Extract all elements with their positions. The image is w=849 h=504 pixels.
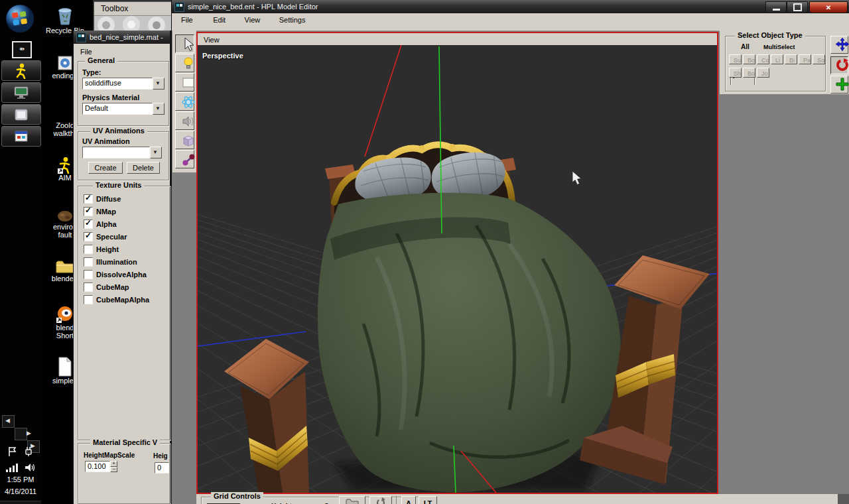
texture-unit-row: NMap [84,207,170,216]
grid-a-button[interactable]: A [401,496,416,504]
tray-signal-icon[interactable] [5,463,19,473]
model-editor-window: simple_nice_bed.ent - HPL Model Editor F… [171,0,849,504]
joint-tool-button[interactable] [175,150,194,168]
uv-animation-dropdown[interactable] [82,147,162,158]
dissolvealpha-checkbox[interactable] [84,270,93,279]
uv-create-button[interactable]: Create [88,162,123,174]
menu-edit[interactable]: Edit [209,14,229,26]
body-tool-button[interactable] [175,131,194,149]
type-button-so[interactable]: So [813,54,825,64]
grid-controls-title: Grid Controls [211,492,263,500]
billboard-tool-button[interactable] [175,73,194,92]
tray-network-icon[interactable] [23,446,34,458]
taskbar: ⇻ [0,0,41,504]
menubar: File Edit View Settings [172,13,849,31]
show-desktop-strip[interactable] [0,501,41,504]
nmap-checkbox[interactable] [84,207,93,216]
height-label: Heig [153,452,168,460]
cubemap-checkbox[interactable] [84,283,93,292]
minimize-button[interactable] [765,1,787,13]
physics-dropdown-arrow-icon[interactable] [153,103,164,115]
taskbar-app-monitor[interactable] [1,82,41,103]
taskbar-scroll-left-button[interactable] [2,415,15,428]
taskbar-app-window[interactable] [1,104,41,125]
heightmapscale-stepper[interactable]: +− [110,461,117,472]
stepper-up-icon[interactable]: + [110,461,117,467]
illumination-checkbox[interactable] [84,257,93,267]
taskbar-app-utility[interactable] [1,126,41,147]
toolbox-content[interactable] [94,16,172,31]
height-input[interactable]: 0 [155,462,169,473]
viewport[interactable]: View [196,32,718,494]
maximize-button[interactable] [787,1,808,13]
scale-tool-button[interactable] [830,76,848,94]
viewport-header-label: View [204,36,220,44]
tray-expand-icon[interactable]: ▶ [27,430,31,436]
document-icon [57,357,73,377]
alpha-checkbox[interactable] [84,220,93,229]
menu-file[interactable]: File [177,14,197,26]
joint-icon [180,151,197,168]
type-button-pa[interactable]: Pa [799,54,811,64]
type-button-bo2[interactable]: Bo [743,68,755,78]
menu-view[interactable]: View [241,14,265,26]
cubemapalpha-checkbox[interactable] [84,295,93,304]
material-editor-titlebar[interactable]: bed_nice_simple.mat - [74,31,170,44]
type-dropdown-arrow-icon[interactable] [153,78,164,90]
rotate-tool-button[interactable] [830,56,848,74]
heightmapscale-input[interactable]: 0.100 [85,461,110,472]
tray-volume-icon[interactable] [24,462,36,473]
translate-tool-button[interactable] [830,36,848,54]
grid-lt-button[interactable]: LT [419,496,437,504]
light-tool-button[interactable] [175,54,194,72]
material-specific-title: Material Specific V [90,438,160,446]
diffuse-checkbox[interactable] [84,194,93,204]
mouse-cursor [572,171,581,185]
scale-icon [835,77,849,92]
close-button[interactable] [809,1,848,13]
uv-group-title: UV Animations [90,127,147,135]
type-button-bi[interactable]: Bi [785,54,797,64]
type-button-co[interactable]: Co [757,54,769,64]
uv-dropdown-arrow-icon[interactable] [150,147,162,158]
select-tool-button[interactable] [175,34,194,53]
clock-time[interactable]: 1:55 PM [0,475,41,483]
bottom-bar-divider [396,496,397,504]
type-button-sh[interactable]: Sh [729,68,742,78]
clock-date[interactable]: 4/16/2011 [0,487,41,495]
texture-units-title: Texture Units [93,181,144,189]
type-button-bo[interactable]: Bo [743,54,755,64]
viewport-canvas[interactable]: Perspective [198,45,717,493]
type-button-su[interactable]: Su [729,54,742,64]
physics-material-dropdown[interactable]: Default [82,103,164,115]
type-button-jo[interactable]: Jo [757,68,769,78]
uv-delete-button[interactable]: Delete [127,162,160,174]
taskbar-app-aim[interactable] [1,60,41,81]
menu-settings[interactable]: Settings [275,14,310,26]
tray-flag-icon[interactable] [7,446,19,458]
stepper-down-icon[interactable]: − [110,467,117,473]
aim-shortcut-icon [57,157,73,174]
select-object-type-title: Select Object Type [735,31,805,39]
grid-folder-button[interactable] [339,496,365,504]
type-button-li[interactable]: Li [771,54,783,64]
cube-icon [180,132,197,149]
taskbar-scroll-mid-button[interactable] [15,428,27,440]
model-editor-titlebar[interactable]: simple_nice_bed.ent - HPL Model Editor [172,0,849,13]
general-group-title: General [85,56,117,64]
particle-system-icon [180,94,197,111]
specular-checkbox[interactable] [84,232,93,241]
toolbox-icons [94,16,172,31]
type-dropdown[interactable]: soliddiffuse [82,78,164,90]
bed-model[interactable] [224,144,710,493]
minimize-icon [773,9,780,11]
height-checkbox[interactable] [84,245,93,254]
texture-unit-row: Height [84,245,170,254]
recycle-bin-icon [54,4,76,27]
quicklaunch-media-icon[interactable]: ⇻ [12,41,32,58]
start-button[interactable] [5,3,35,34]
grid-rotate-button[interactable] [369,496,392,504]
sound-tool-button[interactable] [175,111,194,130]
particle-tool-button[interactable] [175,92,194,111]
toolbox-titlebar[interactable]: Toolbox [94,2,172,16]
